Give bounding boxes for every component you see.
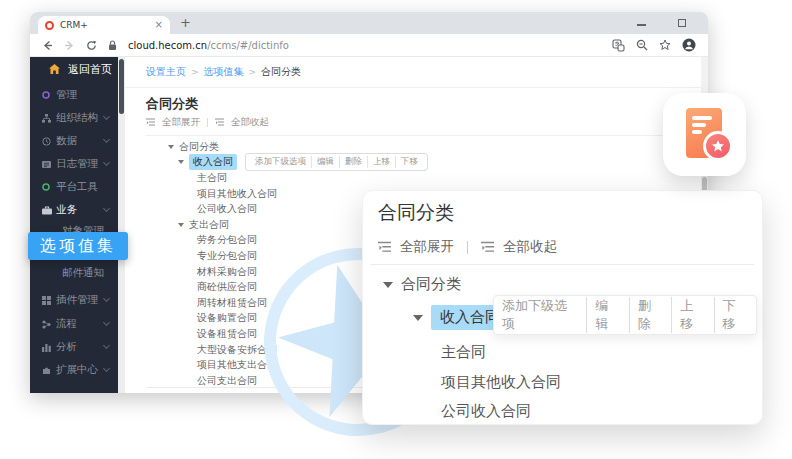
collapse-all-button[interactable]: 全部收起 (503, 238, 557, 256)
bookmark-star-icon[interactable] (659, 39, 671, 51)
zoom-icon[interactable] (636, 39, 648, 51)
breadcrumb-home-link[interactable]: 设置主页 (146, 65, 186, 79)
callout-option-value-set[interactable]: 选项值集 (28, 232, 128, 260)
analysis-icon (42, 343, 51, 352)
tree-node-label: 主合同 (441, 343, 486, 362)
sidebar-item-platform-tools[interactable]: 平台工具 (30, 179, 118, 195)
tree-node-selected[interactable]: 收入合同 添加下级选项 编辑 删除 上移 下移 (146, 155, 686, 171)
tree-node[interactable]: 公司收入合同 (441, 402, 531, 421)
page-title: 合同分类 (146, 95, 686, 113)
tab-close-icon[interactable]: × (155, 20, 163, 30)
sidebar-item-label: 邮件通知 (62, 266, 104, 280)
sidebar-item-label: 流程 (56, 317, 77, 331)
chevron-down-icon (103, 205, 110, 212)
tree-node-label: 收入合同 (189, 154, 237, 170)
crm-favicon-icon (45, 21, 54, 30)
expander-icon[interactable] (178, 223, 184, 227)
tree-node-label: 支出合同 (189, 218, 229, 232)
sidebar-item-home[interactable]: 返回首页 (30, 61, 118, 77)
node-action-menu: 添加下级选项 编辑 删除 上移 下移 (493, 295, 757, 335)
tree-toolbar: 全部展开 全部收起 (146, 116, 686, 129)
screenshot-canvas: CRM+ × + cloud.hecom.cn/ccms/#/dictinfo (0, 0, 792, 459)
expander-icon[interactable] (413, 315, 423, 321)
collapse-all-icon (481, 241, 494, 254)
move-up-button[interactable]: 上移 (671, 297, 713, 333)
briefcase-icon (42, 206, 52, 215)
tree-node-label: 合同分类 (179, 140, 219, 154)
refresh-icon[interactable] (86, 40, 97, 51)
add-child-option-button[interactable]: 添加下级选项 (494, 297, 586, 333)
edit-button[interactable]: 编辑 (311, 156, 339, 168)
sidebar-item-workflow[interactable]: 流程 (30, 316, 118, 332)
forward-icon[interactable] (64, 40, 75, 51)
log-icon (42, 160, 51, 169)
expand-all-button[interactable]: 全部展开 (162, 116, 200, 129)
toolbar-divider-line (371, 264, 754, 265)
delete-button[interactable]: 删除 (629, 297, 671, 333)
tree-node-label: 公司收入合同 (441, 402, 531, 421)
sidebar-item-plugins[interactable]: 插件管理 (30, 292, 118, 308)
org-icon (42, 114, 51, 123)
sidebar-item-extension-center[interactable]: 扩展中心 (30, 362, 118, 378)
move-up-button[interactable]: 上移 (367, 156, 395, 168)
move-down-button[interactable]: 下移 (714, 297, 756, 333)
sidebar-item-label: 返回首页 (68, 62, 112, 77)
url-text[interactable]: cloud.hecom.cn/ccms/#/dictinfo (128, 40, 289, 51)
sidebar-item-business[interactable]: 业务 (30, 202, 118, 218)
padlock-icon[interactable] (108, 40, 117, 51)
add-child-option-button[interactable]: 添加下级选项 (250, 156, 311, 168)
breadcrumb-separator: > (191, 67, 199, 77)
sidebar-item-analysis[interactable]: 分析 (30, 339, 118, 355)
sidebar-item-mail-notify[interactable]: 邮件通知 (30, 265, 118, 281)
sidebar-item-data[interactable]: 数据 (30, 133, 118, 149)
tree-node-label: 公司收入合同 (197, 202, 257, 216)
sidebar-item-label: 扩展中心 (56, 363, 98, 377)
tree-node[interactable]: 主合同 (441, 343, 486, 362)
sidebar-item-label: 插件管理 (56, 293, 98, 307)
star-badge-icon (703, 131, 733, 161)
breadcrumb-section-link[interactable]: 选项值集 (204, 65, 244, 79)
tab-title: CRM+ (60, 20, 149, 30)
tree-node[interactable]: 主合同 (146, 170, 686, 186)
restore-icon[interactable] (678, 19, 686, 27)
sidebar-item-label: 数据 (56, 134, 77, 148)
new-tab-button[interactable]: + (180, 15, 191, 30)
sidebar-item-manage[interactable]: 管理 (30, 87, 118, 103)
delete-button[interactable]: 删除 (339, 156, 367, 168)
browser-tab[interactable]: CRM+ × (38, 16, 170, 34)
tree-node[interactable]: 合同分类 (146, 139, 686, 155)
chevron-down-icon (103, 136, 110, 143)
home-icon (49, 64, 60, 74)
flow-icon (42, 320, 51, 329)
chevron-down-icon (103, 319, 110, 326)
profile-avatar[interactable] (682, 38, 696, 52)
sidebar-item-logs[interactable]: 日志管理 (30, 156, 118, 172)
expand-all-button[interactable]: 全部展开 (400, 238, 454, 256)
back-icon[interactable] (42, 40, 53, 51)
tree-node[interactable]: 合同分类 (383, 275, 461, 294)
move-down-button[interactable]: 下移 (395, 156, 423, 168)
sidebar-scrollbar[interactable] (118, 57, 125, 393)
expander-icon[interactable] (168, 145, 174, 149)
chevron-down-icon (103, 365, 110, 372)
sidebar-item-label: 分析 (56, 340, 77, 354)
expander-icon[interactable] (383, 282, 393, 288)
sidebar: 返回首页 管理 组织结构 数据 日志 (30, 57, 118, 393)
minimize-icon[interactable] (637, 24, 646, 26)
sidebar-item-org[interactable]: 组织结构 (30, 110, 118, 126)
overlay-title: 合同分类 (378, 200, 454, 226)
sidebar-scrollbar-thumb[interactable] (119, 59, 124, 114)
extension-icon (42, 366, 51, 375)
collapse-all-button[interactable]: 全部收起 (231, 116, 269, 129)
tree-node-label: 主合同 (197, 171, 227, 185)
translate-icon[interactable] (612, 39, 625, 52)
expander-icon[interactable] (178, 160, 184, 164)
sidebar-item-label: 平台工具 (56, 180, 98, 194)
address-bar: cloud.hecom.cn/ccms/#/dictinfo (30, 34, 708, 57)
chevron-down-icon (103, 342, 110, 349)
sidebar-item-label: 管理 (56, 88, 77, 102)
url-host: cloud.hecom.cn (128, 40, 207, 51)
tree-node-label: 项目其他收入合同 (441, 373, 561, 392)
tree-node[interactable]: 项目其他收入合同 (441, 373, 561, 392)
edit-button[interactable]: 编辑 (586, 297, 628, 333)
